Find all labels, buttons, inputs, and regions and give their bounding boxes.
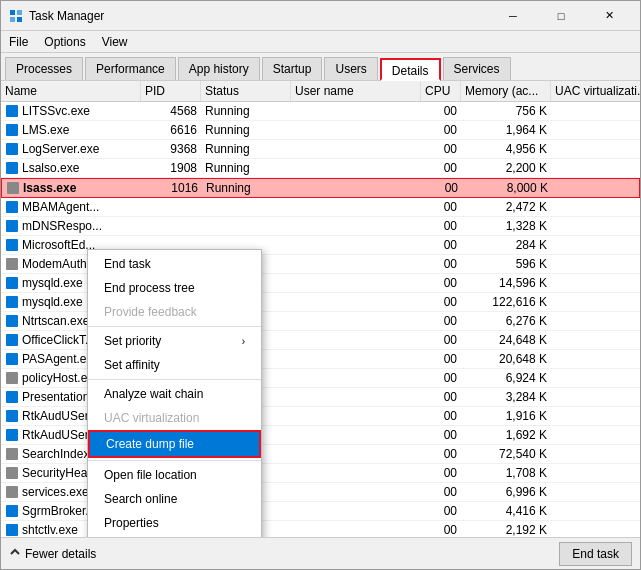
process-icon (5, 161, 19, 175)
cell-cpu: 00 (421, 102, 461, 120)
ctx-provide-feedback: Provide feedback (88, 300, 261, 324)
cell-pid: 9368 (141, 140, 201, 158)
menu-options[interactable]: Options (36, 33, 93, 50)
cell-cpu: 00 (421, 140, 461, 158)
ctx-properties[interactable]: Properties (88, 511, 261, 535)
cell-uac (551, 274, 640, 292)
cell-uac (551, 140, 640, 158)
col-username[interactable]: User name (291, 81, 421, 101)
cell-memory: 1,964 K (461, 121, 551, 139)
process-icon (5, 314, 19, 328)
cell-memory: 1,328 K (461, 217, 551, 235)
ctx-analyze-wait-chain[interactable]: Analyze wait chain (88, 382, 261, 406)
ctx-uac-virtualization: UAC virtualization (88, 406, 261, 430)
minimize-button[interactable]: ─ (490, 6, 536, 26)
svg-rect-18 (6, 372, 18, 384)
cell-pid: 4568 (141, 102, 201, 120)
process-icon (5, 123, 19, 137)
svg-rect-26 (6, 524, 18, 536)
ctx-end-task[interactable]: End task (88, 252, 261, 276)
cell-name: LMS.exe (1, 121, 141, 139)
cell-user (291, 274, 421, 292)
col-cpu[interactable]: CPU (421, 81, 461, 101)
cell-user (291, 331, 421, 349)
cell-memory: 6,276 K (461, 312, 551, 330)
ctx-search-online[interactable]: Search online (88, 487, 261, 511)
table-row[interactable]: LMS.exe 6616 Running 00 1,964 K (1, 121, 640, 140)
cell-cpu: 00 (421, 464, 461, 482)
cell-memory: 1,916 K (461, 407, 551, 425)
maximize-button[interactable]: □ (538, 6, 584, 26)
end-task-button[interactable]: End task (559, 542, 632, 566)
cell-user (291, 407, 421, 425)
cell-pid: 6616 (141, 121, 201, 139)
cell-pid: 1016 (142, 179, 202, 197)
cell-uac (551, 255, 640, 273)
ctx-go-to-services[interactable]: Go to service(s) (88, 535, 261, 537)
tab-services[interactable]: Services (443, 57, 511, 80)
cell-cpu: 00 (421, 312, 461, 330)
ctx-open-file-location[interactable]: Open file location (88, 463, 261, 487)
cell-user (291, 217, 421, 235)
ctx-create-dump-file[interactable]: Create dump file (88, 430, 261, 458)
svg-rect-1 (17, 10, 22, 15)
process-icon (5, 200, 19, 214)
process-icon (5, 371, 19, 385)
cell-memory: 122,616 K (461, 293, 551, 311)
close-button[interactable]: ✕ (586, 6, 632, 26)
ctx-set-priority[interactable]: Set priority › (88, 329, 261, 353)
svg-rect-16 (6, 334, 18, 346)
title-bar: Task Manager ─ □ ✕ (1, 1, 640, 31)
menu-view[interactable]: View (94, 33, 136, 50)
cell-memory: 284 K (461, 236, 551, 254)
table-row[interactable]: Lsalso.exe 1908 Running 00 2,200 K (1, 159, 640, 178)
tab-details[interactable]: Details (380, 58, 441, 81)
ctx-end-process-tree[interactable]: End process tree (88, 276, 261, 300)
cell-uac (551, 159, 640, 177)
svg-rect-12 (6, 258, 18, 270)
col-status[interactable]: Status (201, 81, 291, 101)
table-row[interactable]: MBAMAgent... 00 2,472 K (1, 198, 640, 217)
cell-name: LogServer.exe (1, 140, 141, 158)
cell-uac (551, 236, 640, 254)
fewer-details-button[interactable]: Fewer details (9, 546, 96, 561)
tab-startup[interactable]: Startup (262, 57, 323, 80)
cell-uac (551, 350, 640, 368)
table-row[interactable]: LogServer.exe 9368 Running 00 4,956 K (1, 140, 640, 159)
process-icon (5, 104, 19, 118)
table-row-selected[interactable]: lsass.exe 1016 Running 00 8,000 K (1, 178, 640, 198)
ctx-set-affinity[interactable]: Set affinity (88, 353, 261, 377)
cell-uac (552, 179, 640, 197)
table-row[interactable]: mDNSRespo... 00 1,328 K (1, 217, 640, 236)
cell-cpu: 00 (421, 331, 461, 349)
tab-performance[interactable]: Performance (85, 57, 176, 80)
col-uac[interactable]: UAC virtualizati... (551, 81, 640, 101)
tab-processes[interactable]: Processes (5, 57, 83, 80)
cell-cpu: 00 (421, 483, 461, 501)
cell-user (291, 369, 421, 387)
svg-rect-21 (6, 429, 18, 441)
col-name[interactable]: Name (1, 81, 141, 101)
table-header: Name PID Status User name CPU Memory (ac… (1, 81, 640, 102)
cell-user (291, 312, 421, 330)
cell-cpu: 00 (421, 255, 461, 273)
col-pid[interactable]: PID (141, 81, 201, 101)
cell-user (291, 426, 421, 444)
cell-status (201, 217, 291, 235)
process-icon (5, 485, 19, 499)
cell-name: LITSSvc.exe (1, 102, 141, 120)
cell-user (291, 350, 421, 368)
tab-app-history[interactable]: App history (178, 57, 260, 80)
cell-user (291, 236, 421, 254)
cell-uac (551, 521, 640, 537)
cell-status: Running (201, 102, 291, 120)
ctx-separator-1 (88, 326, 261, 327)
process-icon (6, 181, 20, 195)
col-memory[interactable]: Memory (ac... (461, 81, 551, 101)
cell-uac (551, 502, 640, 520)
tab-users[interactable]: Users (324, 57, 377, 80)
menu-file[interactable]: File (1, 33, 36, 50)
table-row[interactable]: LITSSvc.exe 4568 Running 00 756 K (1, 102, 640, 121)
window-title: Task Manager (29, 9, 104, 23)
process-icon (5, 219, 19, 233)
